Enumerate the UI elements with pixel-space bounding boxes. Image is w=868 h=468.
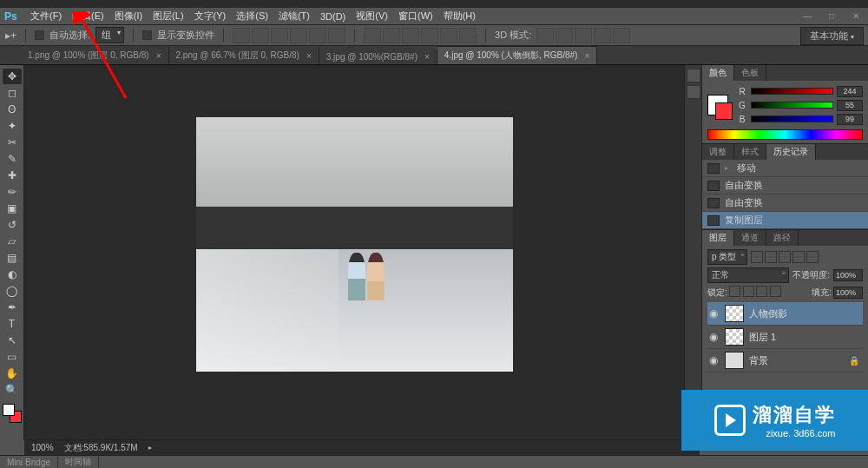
healing-brush-tool[interactable]: ✚ [3, 168, 22, 183]
path-tool[interactable]: ↖ [3, 333, 22, 348]
doc-tab-1[interactable]: 1.png @ 100% (图层 0, RGB/8)× [21, 47, 169, 64]
show-transform-checkbox[interactable] [142, 30, 152, 40]
menu-image[interactable]: 图像(I) [109, 8, 148, 24]
menu-layer[interactable]: 图层(L) [148, 8, 188, 24]
menu-help[interactable]: 帮助(H) [438, 8, 481, 24]
align-icon[interactable] [271, 28, 288, 43]
tab-mini-bridge[interactable]: Mini Bridge [0, 457, 58, 468]
tab-paths[interactable]: 路径 [766, 230, 799, 246]
filter-icon[interactable] [792, 251, 805, 263]
b-value[interactable]: 99 [837, 114, 863, 125]
doc-tab-3[interactable]: 3.jpg @ 100%(RGB/8#)× [319, 49, 437, 64]
blur-tool[interactable]: ◐ [3, 267, 22, 282]
status-arrow-icon[interactable]: ▸ [148, 444, 152, 452]
marquee-tool[interactable]: ◻ [3, 85, 22, 101]
history-item-active[interactable]: 复制图层 [702, 212, 868, 229]
visibility-toggle-icon[interactable]: ◉ [707, 331, 720, 343]
tab-timeline[interactable]: 时间轴 [58, 455, 99, 468]
lock-transparent-icon[interactable] [729, 286, 740, 297]
canvas-area[interactable] [24, 65, 684, 440]
menu-view[interactable]: 视图(V) [351, 8, 393, 24]
zoom-level[interactable]: 100% [31, 443, 54, 452]
mode3d-icon[interactable] [613, 28, 630, 43]
align-icon[interactable] [233, 28, 250, 43]
lock-position-icon[interactable] [756, 286, 767, 297]
lock-all-icon[interactable] [770, 286, 781, 297]
opacity-input[interactable]: 100% [833, 269, 863, 281]
layer-name[interactable]: 背景 [749, 354, 768, 367]
history-item[interactable]: 自由变换 [702, 177, 868, 194]
distribute-icon[interactable] [364, 28, 381, 43]
tab-close-icon[interactable]: × [424, 52, 430, 62]
color-swatches[interactable] [3, 404, 22, 423]
distribute-icon[interactable] [459, 28, 477, 43]
menu-select[interactable]: 选择(S) [231, 8, 273, 24]
eraser-tool[interactable]: ▱ [3, 234, 22, 249]
filter-icon[interactable] [751, 251, 763, 263]
workspace-button[interactable]: 基本功能 ▾ [800, 27, 864, 45]
auto-select-dropdown[interactable]: 组 [95, 27, 124, 43]
mode3d-icon[interactable] [536, 28, 554, 43]
g-value[interactable]: 55 [837, 100, 863, 111]
mode3d-icon[interactable] [575, 28, 592, 43]
shape-tool[interactable]: ▭ [3, 349, 22, 365]
clone-stamp-tool[interactable]: ▣ [3, 201, 22, 216]
doc-tab-4[interactable]: 4.jpg @ 100% (人物倒影, RGB/8#)× [437, 46, 597, 64]
close-icon[interactable]: ✕ [844, 9, 868, 24]
tab-history[interactable]: 历史记录 [766, 144, 816, 160]
menu-3d[interactable]: 3D(D) [315, 10, 351, 23]
r-slider[interactable] [751, 88, 833, 95]
tab-close-icon[interactable]: × [156, 51, 161, 61]
layer-thumbnail[interactable] [725, 352, 744, 369]
align-icon[interactable] [290, 28, 307, 43]
doc-tab-2[interactable]: 2.png @ 66.7% (图层 0, RGB/8)× [169, 47, 319, 64]
layer-thumbnail[interactable] [725, 328, 744, 346]
layer-item[interactable]: ◉ 人物倒影 [707, 302, 863, 326]
distribute-icon[interactable] [383, 28, 400, 43]
tab-styles[interactable]: 样式 [734, 144, 766, 160]
move-tool[interactable]: ✥ [3, 69, 22, 84]
menu-file[interactable]: 文件(F) [25, 8, 67, 24]
dock-icon[interactable] [687, 85, 700, 99]
menu-edit[interactable]: 编辑(E) [67, 8, 109, 24]
menu-type[interactable]: 文字(Y) [189, 8, 232, 24]
tab-adjust[interactable]: 调整 [702, 144, 734, 160]
auto-select-checkbox[interactable] [35, 30, 44, 40]
canvas-image[interactable] [196, 117, 513, 372]
doc-size-label[interactable]: 文档:585.9K/1.57M [64, 442, 138, 454]
distribute-icon[interactable] [440, 28, 457, 43]
g-slider[interactable] [751, 102, 833, 109]
b-slider[interactable] [751, 115, 833, 122]
layer-item[interactable]: ◉ 图层 1 [707, 326, 863, 349]
tab-swatches[interactable]: 色板 [734, 65, 766, 81]
foreground-swatch[interactable] [3, 404, 15, 416]
hand-tool[interactable]: ✋ [3, 366, 22, 381]
align-icon[interactable] [252, 28, 269, 43]
tab-close-icon[interactable]: × [306, 51, 312, 61]
fill-input[interactable]: 100% [833, 287, 863, 299]
layer-thumbnail[interactable] [725, 305, 744, 322]
dock-icon[interactable] [687, 69, 700, 82]
magic-wand-tool[interactable]: ✦ [3, 118, 22, 134]
tab-channels[interactable]: 通道 [734, 230, 766, 246]
gradient-tool[interactable]: ▤ [3, 250, 22, 266]
filter-icon[interactable] [779, 251, 791, 263]
history-item[interactable]: 自由变换 [702, 194, 868, 212]
align-icon[interactable] [328, 28, 345, 43]
tab-color[interactable]: 颜色 [702, 65, 734, 81]
layer-name[interactable]: 图层 1 [749, 331, 776, 344]
visibility-toggle-icon[interactable]: ◉ [707, 307, 720, 320]
minimize-icon[interactable]: — [795, 9, 819, 24]
color-spectrum[interactable] [707, 129, 863, 140]
filter-icon[interactable] [765, 251, 777, 263]
pen-tool[interactable]: ✒ [3, 300, 22, 315]
layer-item[interactable]: ◉ 背景 🔒 [707, 349, 863, 372]
tab-layers[interactable]: 图层 [702, 230, 734, 246]
zoom-tool[interactable]: 🔍 [3, 382, 22, 398]
distribute-icon[interactable] [421, 28, 438, 43]
dodge-tool[interactable]: ◯ [3, 283, 22, 299]
color-preview-swatch[interactable] [707, 95, 728, 115]
crop-tool[interactable]: ✂ [3, 135, 22, 150]
lock-pixels-icon[interactable] [743, 286, 754, 297]
r-value[interactable]: 244 [837, 86, 863, 97]
